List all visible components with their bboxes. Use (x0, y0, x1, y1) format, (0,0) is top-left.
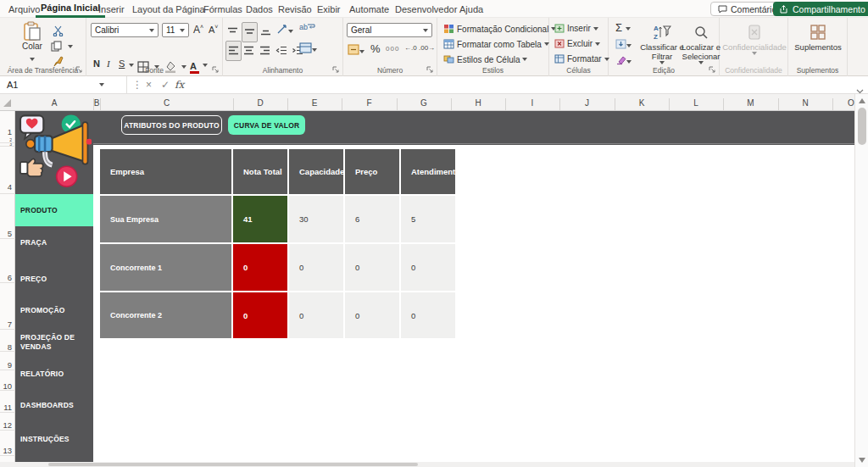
row-label-concorrente-1[interactable]: Concorrente 1 (100, 244, 231, 291)
scroll-down-icon[interactable] (859, 458, 865, 463)
autosum-button[interactable]: Σ (615, 21, 631, 34)
tab-desenvolvedor[interactable]: Desenvolvedor (390, 0, 462, 18)
name-box[interactable]: A1 (0, 76, 127, 93)
editing-launcher-icon[interactable] (709, 66, 716, 74)
wrap-text-button[interactable]: ab (299, 23, 316, 31)
cell-concorrente-1-nota[interactable]: 0 (233, 244, 287, 291)
cut-button[interactable] (53, 23, 64, 38)
merge-center-button[interactable] (299, 42, 317, 57)
sidebar-item-preco[interactable]: PREÇO (15, 270, 93, 287)
sidebar-item-relatorio[interactable]: RELATÓRIO (15, 365, 93, 382)
column-header-f[interactable]: F (342, 94, 397, 111)
column-header-k[interactable]: K (615, 94, 669, 111)
cell-concorrente-1-atendimento[interactable]: 0 (401, 244, 455, 291)
horizontal-scroll-thumb[interactable] (48, 463, 418, 466)
column-header-o[interactable]: O (848, 94, 854, 111)
accounting-format-button[interactable] (348, 43, 364, 58)
align-top-button[interactable] (227, 25, 238, 40)
delete-cells-button[interactable]: Excluir (554, 39, 600, 48)
cell-sua-empresa-capacidade[interactable]: 30 (289, 196, 343, 242)
horizontal-scrollbar[interactable] (0, 462, 854, 467)
increase-decimal-button[interactable]: ←.0 (404, 44, 417, 52)
cell-concorrente-2-capacidade[interactable]: 0 (289, 292, 343, 338)
copy-button[interactable] (51, 38, 73, 53)
sidebar-item-produto[interactable]: PRODUTO (15, 194, 93, 226)
fill-button[interactable] (615, 37, 632, 53)
col-header-nota-total[interactable]: Nota Total (233, 149, 287, 194)
comma-style-button[interactable]: 000 (386, 45, 399, 53)
tab-layout-da-pagina[interactable]: Layout da Página (127, 0, 210, 18)
align-left-button[interactable] (225, 41, 242, 61)
col-header-preco[interactable]: Preço (345, 149, 399, 194)
row-header-12[interactable]: 12 (3, 420, 12, 430)
sidebar-item-instrucoes[interactable]: INSTRUÇÕES (15, 431, 93, 448)
select-all-corner[interactable] (3, 99, 11, 107)
column-header-a[interactable]: A (15, 94, 93, 111)
row-label-sua-empresa[interactable]: Sua Empresa (100, 196, 231, 242)
align-center-button[interactable] (243, 43, 254, 58)
cell-concorrente-1-capacidade[interactable]: 0 (289, 244, 343, 291)
col-header-empresa[interactable]: Empresa (100, 149, 231, 194)
column-header-n[interactable]: N (778, 94, 832, 111)
column-header-d[interactable]: D (233, 94, 287, 111)
tab-ajuda[interactable]: Ajuda (454, 0, 488, 18)
font-size-combo[interactable]: 11 (162, 23, 189, 37)
number-launcher-icon[interactable] (426, 66, 434, 74)
decrease-decimal-button[interactable]: .00→ (419, 44, 435, 52)
tab-inserir[interactable]: Inserir (93, 0, 130, 18)
cell-concorrente-2-nota[interactable]: 0 (233, 292, 287, 338)
formula-input[interactable] (192, 78, 853, 92)
row-header-7[interactable]: 7 (8, 320, 12, 329)
fx-icon[interactable]: fx (175, 76, 184, 93)
value-curve-button[interactable]: CURVA DE VALOR (228, 115, 305, 135)
addins-button[interactable]: Suplementos (792, 20, 844, 69)
cell-sua-empresa-atendimento[interactable]: 5 (401, 196, 455, 242)
tab-automate[interactable]: Automate (344, 0, 394, 18)
column-header-i[interactable]: I (505, 94, 559, 111)
row-header-11[interactable]: 11 (3, 403, 12, 412)
formula-bar-dots[interactable]: ⋮ (132, 76, 142, 93)
cell-concorrente-2-preco[interactable]: 0 (345, 292, 399, 338)
enter-icon[interactable]: ✓ (161, 76, 170, 93)
align-middle-button[interactable] (242, 22, 258, 42)
paste-button[interactable]: Colar (22, 21, 42, 66)
column-header-l[interactable]: L (669, 94, 723, 111)
sidebar-item-projecao-de-vendas[interactable]: PROJEÇÃO DE VENDAS (15, 329, 86, 356)
cell-concorrente-1-preco[interactable]: 0 (345, 244, 399, 291)
cell-styles-button[interactable]: Estilos de Célula (443, 54, 527, 64)
column-header-g[interactable]: G (397, 94, 451, 111)
row-header-13[interactable]: 13 (3, 446, 12, 455)
conditional-formatting-button[interactable]: Formatação Condicional (443, 24, 556, 34)
row-header-4[interactable]: 4 (8, 182, 12, 192)
tab-revisao[interactable]: Revisão (273, 0, 317, 18)
orientation-button[interactable] (276, 23, 293, 38)
format-cells-button[interactable]: Formatar (554, 54, 609, 64)
align-bottom-button[interactable] (260, 25, 271, 40)
row-header-5[interactable]: 5 (8, 229, 12, 238)
scroll-up-icon[interactable] (859, 98, 865, 103)
cancel-icon[interactable]: × (146, 76, 152, 93)
row-header-1[interactable]: 1 (8, 127, 12, 136)
grow-font-button[interactable]: A˄ (193, 24, 203, 36)
tab-exibir[interactable]: Exibir (312, 0, 346, 18)
format-as-table-button[interactable]: Formatar como Tabela (443, 39, 549, 49)
font-launcher-icon[interactable] (212, 66, 220, 74)
column-header-c[interactable]: C (100, 94, 233, 111)
column-header-b[interactable]: B (93, 94, 100, 111)
column-header-h[interactable]: H (451, 94, 505, 111)
column-header-m[interactable]: M (723, 94, 778, 111)
column-header-j[interactable]: J (559, 94, 615, 111)
decrease-indent-button[interactable] (275, 43, 287, 58)
vertical-scrollbar[interactable] (854, 94, 868, 467)
share-button[interactable]: Compartilhamento (773, 2, 868, 16)
cell-sua-empresa-preco[interactable]: 6 (345, 196, 399, 242)
row-label-concorrente-2[interactable]: Concorrente 2 (100, 292, 231, 338)
percent-style-button[interactable]: % (370, 42, 381, 55)
row-header-9[interactable]: 9 (8, 360, 12, 370)
number-format-combo[interactable]: Geral (347, 23, 432, 37)
cell-concorrente-2-atendimento[interactable]: 0 (401, 292, 455, 338)
column-header-e[interactable]: E (287, 94, 342, 111)
vertical-scroll-thumb[interactable] (858, 108, 866, 145)
sidebar-item-praca[interactable]: PRAÇA (15, 234, 93, 251)
clipboard-launcher-icon[interactable] (75, 66, 83, 74)
